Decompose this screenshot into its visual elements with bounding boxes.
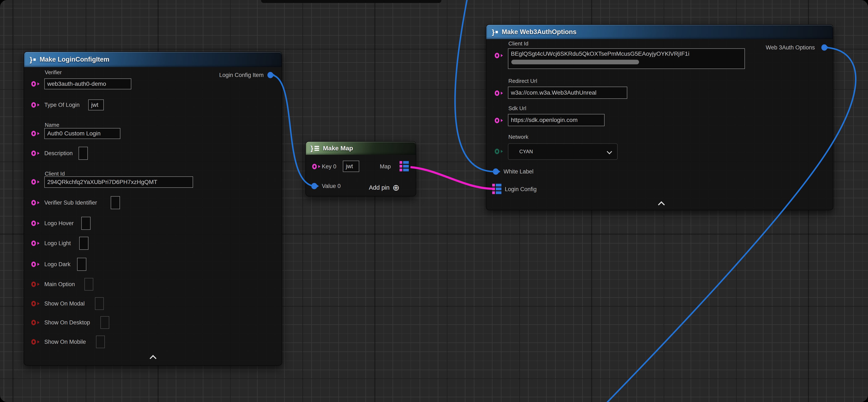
output-pin-login-config-item[interactable] [268,72,273,78]
show-on-modal-checkbox[interactable] [95,297,104,310]
collapse-chevron-icon[interactable] [658,201,665,208]
blueprint-canvas[interactable]: } Make LoginConfigItem Login Config Item… [0,0,868,402]
input-pin-type-of-login[interactable] [31,102,36,108]
input-pin-show-on-modal[interactable] [31,301,36,306]
input-pin-description[interactable] [31,150,36,156]
input-pin-show-on-desktop[interactable] [31,320,36,325]
node-title: Make Web3AuthOptions [502,28,577,36]
offscreen-node-stub [261,0,441,3]
node-title: Make LoginConfigItem [39,56,109,63]
input-pin-network[interactable] [495,149,499,154]
add-pin-plus-icon: ⊕ [393,183,400,192]
chevron-down-icon [607,149,612,154]
logo-hover-field[interactable] [81,217,91,230]
network-dropdown[interactable]: CYAN [508,143,618,160]
input-label: Value 0 [322,183,341,190]
wire-map-to-loginconfig[interactable] [410,167,494,189]
input-label: Logo Hover [44,220,74,227]
input-label: Type Of Login [44,102,80,108]
node-make-loginconfigitem[interactable]: } Make LoginConfigItem Login Config Item… [24,52,282,366]
field-scrollbar[interactable] [511,60,639,64]
input-pin-show-on-mobile[interactable] [31,339,36,345]
node-header[interactable]: } Make LoginConfigItem [24,52,282,67]
type-of-login-field[interactable]: jwt [88,99,104,110]
input-label: Logo Dark [44,261,70,268]
collapse-chevron-icon[interactable] [150,355,156,362]
input-pin-redirect-url[interactable] [495,90,499,96]
input-pin-logo-light[interactable] [31,240,36,246]
input-label: Name [45,122,59,128]
client-id-field[interactable]: 294QRkchfq2YaXUbPri7D6PH7xzHgQMT [44,176,193,188]
make-struct-icon: } [492,28,498,36]
input-pin-logo-dark[interactable] [31,262,36,267]
input-label: Redirect Url [508,78,537,84]
input-label: Client Id [45,171,65,177]
node-header[interactable]: } Make Map [306,142,416,155]
input-pin-client-id[interactable] [495,53,499,58]
key-0-field[interactable]: jwt [343,161,359,172]
verifier-sub-identifier-field[interactable] [111,196,120,209]
input-label: Show On Mobile [44,339,86,345]
input-pin-client-id[interactable] [31,179,36,184]
name-field[interactable]: Auth0 Custom Login [44,128,120,139]
input-label: Network [508,134,528,140]
show-on-mobile-checkbox[interactable] [96,336,105,348]
input-pin-main-option[interactable] [31,282,36,287]
main-option-checkbox[interactable] [85,278,93,291]
input-pin-sdk-url[interactable] [495,118,499,123]
input-pin-value-0[interactable] [311,183,317,189]
input-pin-key-0[interactable] [312,164,317,169]
input-label: Show On Desktop [44,319,90,326]
input-label: Key 0 [322,163,336,170]
node-make-map[interactable]: } Make Map Key 0 jwt Map Value 0 Add pin… [305,141,416,196]
client-id-field[interactable]: BEglQSgt4cUWcj6SKRdu5QkOXTsePmMcusG5EAoy… [508,48,745,69]
description-field[interactable] [79,147,88,160]
input-label: Show On Modal [44,300,85,307]
make-container-icon: } [310,144,319,152]
make-struct-icon: } [30,56,36,64]
output-pin-map[interactable] [400,161,409,171]
add-pin-label: Add pin [369,184,390,191]
input-label: Client Id [508,40,528,47]
input-label: Verifier Sub Identifier [44,200,97,206]
verifier-field[interactable]: web3auth-auth0-demo [44,79,131,89]
input-label: Logo Light [44,240,71,247]
output-label: Login Config Item [219,72,264,79]
network-selected-value: CYAN [519,149,533,154]
input-label: White Label [503,168,534,175]
input-pin-login-config[interactable] [492,184,501,194]
add-pin-button[interactable]: Add pin ⊕ [369,182,400,193]
output-label: Map [380,163,391,170]
node-title: Make Map [323,145,353,152]
logo-light-field[interactable] [79,237,88,250]
input-pin-verifier[interactable] [31,81,36,87]
output-pin-web3auth-options[interactable] [822,45,827,51]
redirect-url-field[interactable]: w3a://com.w3a.Web3AuthUnreal [508,87,627,99]
node-make-web3authoptions[interactable]: } Make Web3AuthOptions Web 3Auth Options… [486,24,833,210]
input-label: Description [44,150,73,156]
input-pin-name[interactable] [31,131,36,136]
input-label: Login Config [505,186,537,193]
logo-dark-field[interactable] [77,258,86,271]
input-label: Verifier [45,69,62,76]
input-pin-verifier-sub-identifier[interactable] [31,200,36,205]
output-label: Web 3Auth Options [766,45,815,51]
node-header[interactable]: } Make Web3AuthOptions [486,25,833,39]
sdk-url-field[interactable]: https://sdk.openlogin.com [508,114,604,126]
input-pin-logo-hover[interactable] [31,221,36,226]
input-label: Main Option [44,281,75,288]
show-on-desktop-checkbox[interactable] [100,316,109,329]
input-label: Sdk Url [508,105,526,112]
input-pin-white-label[interactable] [493,168,499,175]
